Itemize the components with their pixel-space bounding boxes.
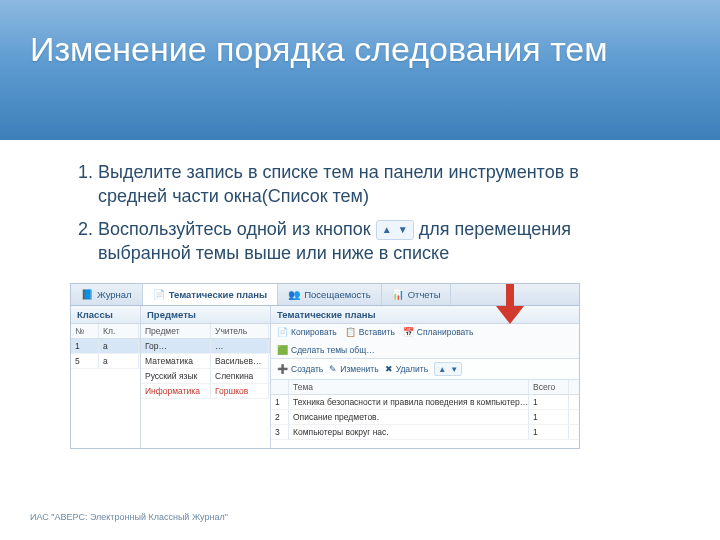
table-row[interactable]: Русский языкСлепкина — [141, 369, 270, 384]
toolbar-Вставить[interactable]: 📋Вставить — [345, 327, 395, 337]
col-header: Всего — [529, 380, 569, 394]
step-1-text: Выделите запись в списке тем на панели и… — [98, 162, 579, 206]
cell: 3 — [271, 425, 289, 439]
toolbar-label: Вставить — [359, 327, 395, 337]
cell: Математика — [141, 354, 211, 368]
cell: Слепкина — [211, 369, 269, 383]
toolbar-icon: ➕ — [277, 364, 288, 374]
toolbar-icon: 🟩 — [277, 345, 288, 355]
cell: Описание предметов. — [289, 410, 529, 424]
toolbar-icon: 📅 — [403, 327, 414, 337]
arrow-up-icon[interactable]: ▲ — [437, 364, 447, 374]
topics-toolbar-1: 📄Копировать📋Вставить📅Спланировать🟩Сделат… — [271, 324, 579, 359]
cell: Компьютеры вокруг нас. — [289, 425, 529, 439]
cell: 5 — [71, 354, 99, 368]
toolbar-Удалить[interactable]: ✖Удалить — [385, 364, 428, 374]
col-header: Кл. — [99, 324, 139, 338]
cell: Русский язык — [141, 369, 211, 383]
pane-subjects: Предметы ПредметУчитель Гор……МатематикаВ… — [141, 306, 271, 448]
tab-Тематические планы[interactable]: 📄Тематические планы — [143, 284, 279, 305]
cell: … — [211, 339, 269, 353]
tab-label: Тематические планы — [169, 289, 268, 300]
move-arrows-inline: ▲ ▼ — [376, 220, 414, 240]
cell: а — [99, 354, 139, 368]
cell: Информатика — [141, 384, 211, 398]
toolbar-label: Спланировать — [417, 327, 474, 337]
pane-classes: Классы №Кл. 1а5а — [71, 306, 141, 448]
step-1: Выделите запись в списке тем на панели и… — [98, 160, 650, 209]
tab-Посещаемость[interactable]: 👥Посещаемость — [278, 284, 381, 305]
cell: 1 — [71, 339, 99, 353]
table-row[interactable]: 2Описание предметов.1 — [271, 410, 579, 425]
toolbar-icon: ✎ — [329, 364, 337, 374]
toolbar-Копировать[interactable]: 📄Копировать — [277, 327, 337, 337]
cell: Техника безопасности и правила поведения… — [289, 395, 529, 409]
cell: а — [99, 339, 139, 353]
table-row[interactable]: 1Техника безопасности и правила поведени… — [271, 395, 579, 410]
topics-toolbar-2: ➕Создать✎Изменить✖Удалить▲▼ — [271, 359, 579, 380]
arrow-down-icon: ▼ — [396, 223, 410, 237]
toolbar-label: Изменить — [340, 364, 378, 374]
pane-classes-title: Классы — [71, 306, 140, 324]
cell: 1 — [271, 395, 289, 409]
toolbar-icon: 📄 — [277, 327, 288, 337]
tab-icon: 👥 — [288, 289, 300, 300]
pane-subjects-title: Предметы — [141, 306, 270, 324]
toolbar-label: Копировать — [291, 327, 337, 337]
callout-red-arrow — [496, 284, 524, 324]
cell: 1 — [529, 395, 569, 409]
app-screenshot: 📘Журнал📄Тематические планы👥Посещаемость📊… — [70, 283, 580, 449]
slide-content: Выделите запись в списке тем на панели и… — [0, 140, 720, 265]
arrow-up-icon: ▲ — [380, 223, 394, 237]
toolbar-Спланировать[interactable]: 📅Спланировать — [403, 327, 474, 337]
cell: Гор… — [141, 339, 211, 353]
toolbar-Сделать темы общ…[interactable]: 🟩Сделать темы общ… — [277, 345, 375, 355]
tab-label: Отчеты — [408, 289, 441, 300]
toolbar-icon: 📋 — [345, 327, 356, 337]
tab-label: Посещаемость — [304, 289, 370, 300]
table-row[interactable]: 5а — [71, 354, 140, 369]
table-row[interactable]: ИнформатикаГоршков — [141, 384, 270, 399]
step-2: Воспользуйтесь одной из кнопок ▲ ▼ для п… — [98, 217, 650, 266]
pane-topics-title: Тематические планы — [271, 306, 579, 324]
tab-Журнал[interactable]: 📘Журнал — [71, 284, 143, 305]
slide-footer: ИАС "АВЕРС: Электронный Классный Журнал" — [30, 512, 228, 522]
col-header: № — [71, 324, 99, 338]
cell: 1 — [529, 410, 569, 424]
table-row[interactable]: Гор…… — [141, 339, 270, 354]
tab-label: Журнал — [97, 289, 132, 300]
tab-icon: 📊 — [392, 289, 404, 300]
tab-icon: 📄 — [153, 289, 165, 300]
toolbar-label: Сделать темы общ… — [291, 345, 375, 355]
arrow-down-icon[interactable]: ▼ — [449, 364, 459, 374]
tab-Отчеты[interactable]: 📊Отчеты — [382, 284, 452, 305]
tab-icon: 📘 — [81, 289, 93, 300]
col-header — [271, 380, 289, 394]
toolbar-label: Удалить — [396, 364, 428, 374]
slide-title: Изменение порядка следования тем — [0, 0, 720, 140]
move-arrows[interactable]: ▲▼ — [434, 362, 462, 376]
steps-list: Выделите запись в списке тем на панели и… — [70, 160, 650, 265]
cell: Васильев… — [211, 354, 269, 368]
col-header: Предмет — [141, 324, 211, 338]
col-header: Учитель — [211, 324, 269, 338]
toolbar-Изменить[interactable]: ✎Изменить — [329, 364, 378, 374]
toolbar-Создать[interactable]: ➕Создать — [277, 364, 323, 374]
table-row[interactable]: 1а — [71, 339, 140, 354]
toolbar-icon: ✖ — [385, 364, 393, 374]
step-2-before: Воспользуйтесь одной из кнопок — [98, 219, 371, 239]
col-header: Тема — [289, 380, 529, 394]
cell: 1 — [529, 425, 569, 439]
pane-topics: Тематические планы 📄Копировать📋Вставить📅… — [271, 306, 579, 448]
toolbar-label: Создать — [291, 364, 323, 374]
cell: Горшков — [211, 384, 269, 398]
table-row[interactable]: МатематикаВасильев… — [141, 354, 270, 369]
table-row[interactable]: 3Компьютеры вокруг нас.1 — [271, 425, 579, 440]
cell: 2 — [271, 410, 289, 424]
